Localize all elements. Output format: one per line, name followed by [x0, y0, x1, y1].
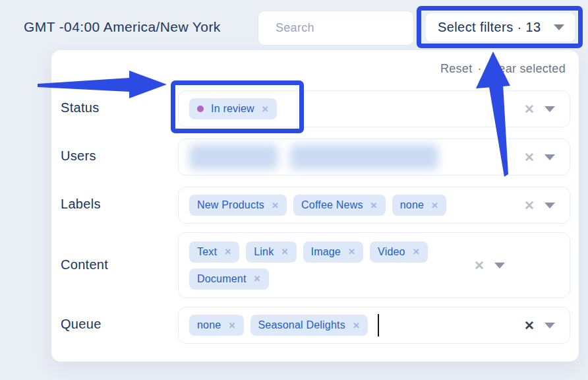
chip-remove-icon[interactable]: ✕: [254, 274, 261, 284]
content-chips: Text ✕ Link ✕ Image ✕ Video ✕ Document ✕: [189, 236, 466, 295]
field-controls: ✕: [474, 259, 509, 272]
chip-label: Image: [311, 246, 341, 258]
chip-remove-icon[interactable]: ✕: [281, 247, 288, 257]
clear-field-icon[interactable]: ✕: [524, 319, 535, 332]
chip-remove-icon[interactable]: ✕: [228, 321, 235, 331]
chip-coffee-news[interactable]: Coffee News ✕: [293, 195, 386, 216]
labels-field[interactable]: New Products ✕ Coffee News ✕ none ✕ ✕: [178, 187, 570, 224]
chip-seasonal-delights[interactable]: Seasonal Delights ✕: [250, 315, 368, 336]
field-controls: ✕: [524, 319, 559, 332]
chip-remove-icon[interactable]: ✕: [262, 104, 269, 114]
filter-label-status: Status: [61, 100, 100, 115]
users-field[interactable]: ✕: [178, 139, 570, 175]
redacted-chip: [290, 144, 438, 170]
users-chips-redacted: [189, 139, 516, 175]
chip-label: Seasonal Delights: [258, 319, 345, 331]
chip-label: New Products: [197, 199, 264, 211]
select-filters-button[interactable]: Select filters · 13: [426, 13, 575, 42]
chevron-down-icon[interactable]: [544, 154, 555, 160]
search-box: [258, 11, 414, 46]
chevron-down-icon[interactable]: [544, 323, 555, 329]
clear-field-icon[interactable]: ✕: [524, 151, 535, 164]
chip-in-review[interactable]: In review ✕: [189, 98, 277, 119]
chip-video[interactable]: Video ✕: [370, 241, 428, 263]
reset-button[interactable]: Reset: [440, 62, 473, 76]
chip-label: Video: [378, 246, 405, 258]
status-chips: In review ✕: [189, 93, 516, 125]
content-field[interactable]: Text ✕ Link ✕ Image ✕ Video ✕ Document ✕…: [178, 232, 570, 298]
chip-text[interactable]: Text ✕: [189, 241, 239, 263]
chip-label: none: [400, 199, 424, 211]
queue-field[interactable]: none ✕ Seasonal Delights ✕ ✕: [178, 307, 570, 344]
chip-label: In review: [211, 103, 254, 115]
clear-field-icon[interactable]: ✕: [524, 199, 535, 212]
status-field[interactable]: In review ✕ ✕: [178, 90, 570, 127]
clear-selected-button[interactable]: Clear selected: [487, 62, 566, 76]
chevron-down-icon[interactable]: [544, 203, 555, 208]
chip-remove-icon[interactable]: ✕: [348, 247, 355, 257]
chip-none[interactable]: none ✕: [392, 195, 447, 216]
redacted-chip: [189, 144, 278, 170]
chip-remove-icon[interactable]: ✕: [224, 247, 231, 257]
filter-label-content: Content: [61, 257, 108, 272]
chevron-down-icon: [554, 24, 564, 30]
chip-label: Document: [197, 273, 247, 285]
chip-none[interactable]: none ✕: [189, 315, 244, 336]
chevron-down-icon[interactable]: [494, 263, 505, 269]
filter-label-queue: Queue: [61, 317, 102, 332]
field-controls: ✕: [524, 151, 559, 164]
chip-label: Text: [197, 246, 217, 258]
text-cursor: [378, 314, 379, 336]
chip-link[interactable]: Link ✕: [246, 241, 296, 263]
chip-image[interactable]: Image ✕: [303, 241, 364, 263]
clear-field-icon[interactable]: ✕: [524, 103, 535, 115]
chip-remove-icon[interactable]: ✕: [370, 201, 378, 210]
status-dot-icon: [197, 106, 204, 112]
search-input[interactable]: [258, 11, 413, 45]
chip-remove-icon[interactable]: ✕: [413, 247, 420, 257]
queue-chips: none ✕ Seasonal Delights ✕: [189, 309, 516, 342]
chip-remove-icon[interactable]: ✕: [431, 201, 438, 210]
filter-label-users: Users: [61, 148, 96, 164]
field-controls: ✕: [524, 199, 559, 212]
chevron-down-icon[interactable]: [544, 106, 555, 112]
clear-field-icon[interactable]: ✕: [474, 259, 485, 272]
field-controls: ✕: [524, 103, 559, 115]
chip-document[interactable]: Document ✕: [189, 269, 269, 290]
chip-label: Link: [254, 246, 274, 258]
timezone-label: GMT -04:00 America/New York: [24, 19, 221, 35]
separator-dot: ·: [477, 62, 481, 76]
filters-panel: Reset · Clear selected Status In review …: [51, 50, 579, 362]
chip-remove-icon[interactable]: ✕: [272, 201, 279, 210]
labels-chips: New Products ✕ Coffee News ✕ none ✕: [189, 189, 516, 221]
panel-header-actions: Reset · Clear selected: [440, 62, 566, 76]
chip-label: Coffee News: [301, 199, 363, 211]
filter-label-labels: Labels: [61, 197, 101, 212]
chip-new-products[interactable]: New Products ✕: [189, 195, 287, 216]
chip-label: none: [197, 319, 221, 331]
select-filters-label: Select filters · 13: [438, 20, 541, 35]
chip-remove-icon[interactable]: ✕: [353, 321, 360, 331]
